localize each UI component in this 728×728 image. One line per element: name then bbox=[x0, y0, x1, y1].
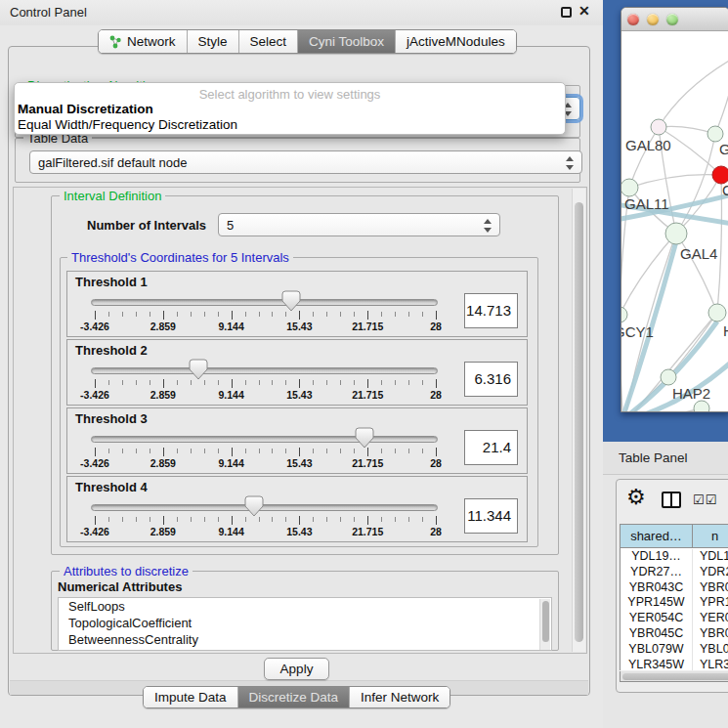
slider-track[interactable] bbox=[91, 299, 438, 306]
network-node-gal11[interactable] bbox=[621, 179, 638, 196]
threshold-label: Threshold 4 bbox=[75, 480, 148, 494]
table-row[interactable]: YER054CYER0 bbox=[621, 611, 728, 626]
network-node-hap2[interactable] bbox=[661, 369, 676, 385]
slider-tick bbox=[122, 380, 123, 385]
cell-shared-name: YDL19… bbox=[621, 549, 693, 565]
table-row[interactable]: YBR043CYBR0 bbox=[621, 580, 728, 596]
tab-discretize-data[interactable]: Discretize Data bbox=[237, 687, 350, 707]
table-data-combobox[interactable]: galFiltered.sif default node bbox=[29, 150, 582, 174]
slider-tick bbox=[191, 517, 192, 522]
checkbox-icons[interactable]: ☑☑ bbox=[693, 492, 717, 507]
bottom-tab-bar: Impute DataDiscretize DataInfer Network bbox=[143, 686, 450, 708]
network-edge[interactable] bbox=[629, 175, 721, 188]
tick-label: 28 bbox=[430, 457, 442, 469]
slider-tick bbox=[136, 517, 137, 522]
tab-select[interactable]: Select bbox=[238, 30, 298, 53]
threshold-value-field[interactable]: 21.4 bbox=[464, 430, 518, 465]
split-columns-icon[interactable] bbox=[662, 492, 681, 508]
slider-tick bbox=[285, 312, 286, 317]
slider-thumb[interactable] bbox=[355, 427, 374, 449]
slider-tick bbox=[122, 312, 123, 317]
network-edge[interactable] bbox=[659, 60, 728, 127]
attributes-list-scrollbar[interactable] bbox=[539, 599, 550, 651]
group-title-interval-definition: Interval Definition bbox=[60, 189, 165, 203]
scrollbar-thumb[interactable] bbox=[575, 202, 583, 642]
mac-minimize-button[interactable] bbox=[647, 14, 659, 25]
numerical-attributes-label: Numerical Attributes bbox=[58, 579, 182, 594]
slider-thumb[interactable] bbox=[244, 495, 264, 517]
threshold-value-field[interactable]: 14.713 bbox=[464, 293, 518, 328]
slider-tick bbox=[218, 312, 219, 317]
attribute-item-topologicalcoefficient[interactable]: TopologicalCoefficient bbox=[59, 615, 551, 631]
slider-thumb[interactable] bbox=[281, 290, 301, 312]
network-node-gal80[interactable] bbox=[651, 119, 666, 135]
slider-tick bbox=[191, 380, 192, 385]
tab-label: jActiveMNodules bbox=[407, 34, 505, 49]
tab-cyni-toolbox[interactable]: Cyni Toolbox bbox=[297, 30, 395, 53]
number-of-intervals-value: 5 bbox=[227, 218, 234, 233]
table-row[interactable]: YBR045CYBR0 bbox=[621, 626, 728, 642]
slider-tick bbox=[340, 380, 341, 385]
slider-tick bbox=[177, 312, 178, 317]
tab-infer-network[interactable]: Infer Network bbox=[349, 687, 450, 707]
cell-name: YDR2 bbox=[700, 565, 728, 580]
tab-jactivemnodules[interactable]: jActiveMNodules bbox=[395, 30, 516, 53]
mac-zoom-button[interactable] bbox=[666, 14, 678, 25]
popup-item-equal-width-frequency-discretization[interactable]: Equal Width/Frequency Discretization bbox=[18, 117, 237, 132]
slider-track[interactable] bbox=[91, 504, 438, 511]
slider-tick bbox=[285, 449, 286, 453]
table-row[interactable]: YPR145WYPR1 bbox=[621, 595, 728, 611]
thresholds-group: Threshold's Coordinates for 5 Intervals … bbox=[60, 257, 538, 547]
tick-label: 2.859 bbox=[150, 321, 176, 332]
slider-thumb[interactable] bbox=[189, 359, 208, 380]
threshold-value-field[interactable]: 11.344 bbox=[464, 498, 518, 534]
network-node-g[interactable] bbox=[707, 126, 723, 142]
slider-track[interactable] bbox=[91, 367, 438, 374]
slider-tick bbox=[245, 517, 246, 522]
attribute-item-selfloops[interactable]: SelfLoops bbox=[59, 598, 551, 615]
slider-tick bbox=[204, 312, 205, 317]
table-row[interactable]: YDR27…YDR2 bbox=[621, 565, 728, 580]
tab-label: Infer Network bbox=[361, 690, 439, 705]
network-edge[interactable] bbox=[668, 313, 717, 377]
network-node-gal4[interactable] bbox=[665, 223, 687, 244]
slider-tick bbox=[285, 380, 286, 385]
tick-label: 28 bbox=[430, 321, 442, 332]
network-node-h[interactable] bbox=[708, 304, 726, 321]
column-header-name[interactable]: n bbox=[694, 525, 728, 548]
slider-tick bbox=[259, 517, 260, 522]
threshold-label: Threshold 2 bbox=[75, 343, 148, 358]
number-of-intervals-combobox[interactable]: 5 bbox=[218, 213, 500, 236]
popup-item-manual-discretization[interactable]: Manual Discretization bbox=[18, 102, 153, 116]
network-canvas[interactable]: GAL80GCGAL11GAL4GCY1HHAP2 bbox=[621, 32, 728, 411]
settings-scrollbar[interactable] bbox=[572, 189, 585, 652]
threshold-panel-4: Threshold 4-3.4262.8599.14415.4321.71528… bbox=[66, 476, 528, 542]
gear-icon[interactable]: ⚙ bbox=[626, 487, 646, 508]
scrollbar-thumb[interactable] bbox=[542, 601, 549, 642]
table-row[interactable]: YDL19…YDL1 bbox=[621, 549, 728, 565]
attribute-item-betweennesscentrality[interactable]: BetweennessCentrality bbox=[59, 631, 551, 648]
column-header-shared-name[interactable]: shared… bbox=[621, 525, 693, 548]
table-row[interactable]: YLR345WYLR3 bbox=[621, 658, 728, 670]
cell-name: YDL1 bbox=[700, 549, 728, 565]
apply-button[interactable]: Apply bbox=[264, 658, 329, 680]
mac-close-button[interactable] bbox=[627, 14, 639, 25]
slider-track[interactable] bbox=[91, 436, 438, 443]
slider-tick bbox=[367, 311, 368, 320]
slider-tick bbox=[95, 516, 96, 525]
tab-label: Impute Data bbox=[154, 690, 227, 705]
float-window-icon[interactable] bbox=[561, 7, 572, 18]
tab-style[interactable]: Style bbox=[187, 30, 238, 53]
network-node[interactable] bbox=[694, 401, 709, 412]
table-row[interactable]: YBL079WYBL0 bbox=[621, 642, 728, 658]
network-node-gcy1[interactable] bbox=[621, 307, 627, 322]
tab-impute-data[interactable]: Impute Data bbox=[144, 687, 237, 707]
threshold-value-field[interactable]: 6.316 bbox=[464, 362, 518, 397]
scrollbar-thumb[interactable] bbox=[622, 673, 728, 680]
tab-network[interactable]: Network bbox=[99, 30, 187, 53]
close-icon[interactable]: ✕ bbox=[578, 3, 590, 19]
group-title-thresholds: Threshold's Coordinates for 5 Intervals bbox=[67, 250, 293, 265]
slider-tick bbox=[245, 312, 246, 317]
attributes-group: Attributes to discretize Numerical Attri… bbox=[51, 571, 559, 651]
table-horizontal-scrollbar[interactable] bbox=[620, 671, 728, 682]
